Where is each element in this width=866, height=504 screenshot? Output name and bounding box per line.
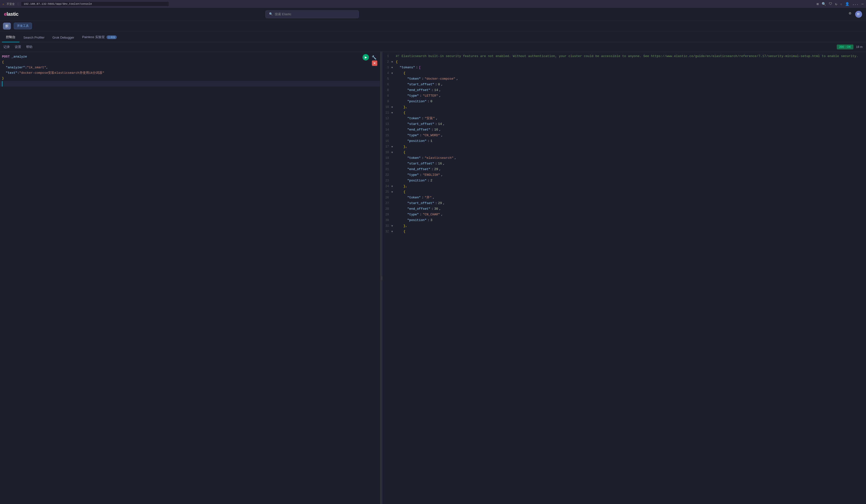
editor-panel: POST _analyze { "analyzer":"ik_smart", "… <box>0 52 381 504</box>
editor-toolbar: ▶ 🔧 <box>363 54 377 60</box>
output-line-26: 26 "token" : "并" , <box>382 195 866 201</box>
search-icon: 🔍 <box>269 12 273 16</box>
search-placeholder: 搜索 Elastic <box>275 12 291 16</box>
output-panel: 1 #! Elasticsearch built-in security fea… <box>382 52 866 504</box>
separator: | <box>17 2 19 5</box>
status-badge: 200 - OK <box>837 45 854 49</box>
output-line-14: 14 "end_offset" : 16 , <box>382 127 866 133</box>
editor-line-1: POST _analyze <box>0 54 380 59</box>
output-line-16: 16 "position" : 1 <box>382 138 866 144</box>
toolbar: 记录 设置 帮助 200 - OK 18 m <box>0 42 866 52</box>
output-line-13: 13 "start_offset" : 14 , <box>382 122 866 127</box>
output-line-30: 30 "position" : 3 <box>382 217 866 223</box>
tab-painless[interactable]: Painless 实验室 公测版 <box>78 32 121 42</box>
shield-icon[interactable]: 🛡 <box>829 2 832 6</box>
output-line-29: 29 "type" : "CN_CHAR" , <box>382 212 866 217</box>
output-line-15: 15 "type" : "CN_WORD" , <box>382 133 866 138</box>
output-line-31: 31 ▼ }, <box>382 223 866 229</box>
output-line-1: 1 #! Elasticsearch built-in security fea… <box>382 54 866 59</box>
output-line-28: 28 "end_offset" : 30 , <box>382 206 866 212</box>
output-line-2: 2 ▼ { <box>382 59 866 65</box>
output-line-4: 4 ▼ { <box>382 70 866 76</box>
output-line-20: 20 "start_offset" : 16 , <box>382 161 866 167</box>
history-button[interactable]: 记录 <box>3 45 10 49</box>
devtools-header: 默 开发工具 <box>0 21 866 32</box>
output-line-5: 5 "token" : "docker-compose" , <box>382 76 866 82</box>
editor-line-3: "analyzer":"ik_smart", <box>0 65 380 70</box>
user-avatar[interactable]: 默 <box>855 11 862 18</box>
settings-button[interactable]: 设置 <box>15 45 21 49</box>
output-line-8a: 8 "end_offset" : 14 , <box>382 88 866 93</box>
output-line-23: 23 "position" : 2 <box>382 178 866 184</box>
output-line-21: 21 "end_offset" : 29 , <box>382 167 866 172</box>
tab-bar: 控制台 Search Profiler Grok Debugger Painle… <box>0 32 866 42</box>
security-warning: ⚠ <box>2 2 4 5</box>
output-line-17: 17 ▼ }, <box>382 144 866 150</box>
output-content: 1 #! Elasticsearch built-in security fea… <box>382 52 866 236</box>
top-nav: elastic 🔍 搜索 Elastic ⚙ 默 <box>0 8 866 21</box>
global-search[interactable]: 🔍 搜索 Elastic <box>265 10 359 18</box>
toolbar-status: 200 - OK 18 m <box>837 45 863 49</box>
tab-search-profiler[interactable]: Search Profiler <box>20 33 48 42</box>
menu-dots[interactable]: ... <box>852 2 858 6</box>
output-line-6: 6 "start_offset" : 0 , <box>382 82 866 88</box>
close-button[interactable]: ✕ <box>372 60 377 66</box>
editor-line-5: } <box>0 76 380 81</box>
elastic-logo[interactable]: elastic <box>4 11 19 17</box>
output-line-25: 25 ▼ { <box>382 189 866 195</box>
output-line-32: 32 ▼ { <box>382 229 866 235</box>
refresh-icon[interactable]: ↻ <box>835 2 837 6</box>
output-line-10: 10 ▼ }, <box>382 104 866 110</box>
output-line-27: 27 "start_offset" : 29 , <box>382 201 866 206</box>
output-line-3: 3 ▼ "tokens" : [ <box>382 65 866 70</box>
output-line-22: 22 "type" : "ENGLISH" , <box>382 172 866 178</box>
browser-bar: ⚠ 不安全 | 192.168.87.132:5601/app/dev_tool… <box>0 0 866 8</box>
output-line-19: 19 "token" : "elasticsearch" , <box>382 155 866 161</box>
editor-line-6[interactable] <box>0 81 380 87</box>
url-bar[interactable]: 192.168.87.132:5601/app/dev_tools#/conso… <box>21 2 169 6</box>
tools-button[interactable]: 🔧 <box>371 54 377 60</box>
time-badge: 18 m <box>856 45 863 49</box>
bookmark-icon[interactable]: ☆ <box>840 2 842 6</box>
settings-icon[interactable]: ⚙ <box>849 11 851 18</box>
security-text: 不安全 <box>7 2 15 6</box>
minimize-icon[interactable]: — <box>862 2 864 6</box>
output-line-12: 12 "token" : "安装" , <box>382 116 866 122</box>
editor-content[interactable]: POST _analyze { "analyzer":"ik_smart", "… <box>0 52 380 89</box>
extension-icon[interactable]: ⊞ <box>817 2 819 6</box>
help-button[interactable]: 帮助 <box>26 45 32 49</box>
search-icon[interactable]: 🔍 <box>822 2 826 6</box>
output-line-9: 9 "position" : 0 <box>382 99 866 104</box>
editor-line-4: "text":"docker-compose安装elasticsearch并使用… <box>0 70 380 76</box>
run-button[interactable]: ▶ <box>363 54 369 60</box>
nav-icons: ⚙ 默 <box>849 11 862 18</box>
app-badge: 默 <box>3 23 11 30</box>
tab-console[interactable]: 控制台 <box>2 32 20 42</box>
output-line-11: 11 ▼ { <box>382 110 866 116</box>
output-line-24: 24 ▼ }, <box>382 184 866 189</box>
profile-icon[interactable]: 👤 <box>845 2 849 6</box>
tab-grok-debugger[interactable]: Grok Debugger <box>48 33 78 42</box>
output-line-8b: 8 "type" : "LETTER" , <box>382 93 866 99</box>
app-label[interactable]: 开发工具 <box>14 23 32 29</box>
output-line-18: 18 ▼ { <box>382 150 866 155</box>
main-content: POST _analyze { "analyzer":"ik_smart", "… <box>0 52 866 504</box>
browser-controls: ⊞ 🔍 🛡 ↻ ☆ 👤 ... — <box>817 2 864 6</box>
toolbar-actions: 记录 设置 帮助 <box>3 45 32 49</box>
editor-line-2: { <box>0 59 380 65</box>
beta-badge: 公测版 <box>107 35 117 39</box>
